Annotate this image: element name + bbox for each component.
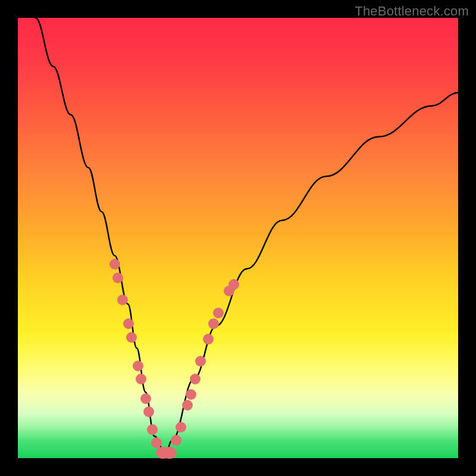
data-point (171, 435, 181, 446)
data-point (123, 318, 134, 329)
data-point (176, 422, 186, 433)
data-point (126, 332, 137, 343)
data-point (147, 424, 158, 435)
data-point (182, 400, 193, 411)
chart-area (18, 18, 458, 458)
data-point (213, 308, 224, 318)
data-point (228, 279, 239, 290)
data-point (109, 259, 120, 270)
data-point (143, 406, 154, 417)
data-point (195, 356, 206, 367)
data-point (117, 295, 128, 305)
data-point (162, 447, 177, 459)
data-point (133, 361, 143, 371)
data-points-layer (18, 18, 458, 458)
data-point (140, 393, 151, 404)
data-point (136, 374, 146, 384)
data-point (190, 374, 201, 384)
watermark-text: TheBottleneck.com (355, 4, 469, 19)
data-point (112, 273, 123, 283)
data-point (186, 389, 196, 400)
data-point (208, 318, 219, 329)
data-point (203, 334, 214, 345)
